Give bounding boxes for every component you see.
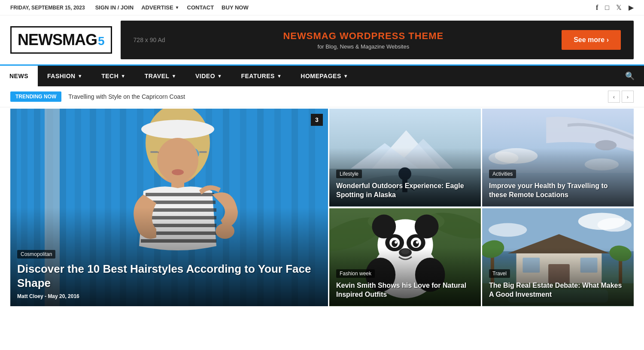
featured-content: Cosmopolitan Discover the 10 Best Hairst… [10,243,328,306]
social-links: f □ 𝕏 ▶ [596,3,634,12]
top-nav-links: SIGN IN / JOIN ADVERTISE ▼ CONTACT BUY N… [95,4,249,11]
featured-category: Cosmopolitan [17,250,55,259]
youtube-icon[interactable]: ▶ [629,3,634,12]
advertise-link[interactable]: ADVERTISE ▼ [141,4,179,11]
nav-item-travel[interactable]: TRAVEL ▼ [135,66,186,86]
homepages-chevron: ▼ [343,73,348,79]
alaska-content: Lifestyle Wonderful Outdoors Experience:… [329,163,481,207]
travel-title: Improve your Health by Travelling to the… [489,182,627,200]
featured-article[interactable]: 3 Cosmopolitan Discover the 10 Best Hair… [10,109,328,306]
trending-text: Travelling with Style on the Capricorn C… [68,93,601,100]
realestate-content: Travel The Big Real Estate Debate: What … [482,262,634,306]
signin-link[interactable]: SIGN IN / JOIN [95,4,134,11]
trending-badge: TRENDING NOW [10,91,61,102]
article-badge-num: 3 [311,114,323,126]
nav-item-fashion[interactable]: FASHION ▼ [38,66,92,86]
instagram-icon[interactable]: □ [605,4,609,12]
nav-item-features[interactable]: FEATURES ▼ [231,66,291,86]
article-panda[interactable]: Fashion week Kevin Smith Shows his Love … [329,208,481,306]
contact-link[interactable]: CONTACT [187,4,214,11]
featured-title: Discover the 10 Best Hairstyles Accordin… [17,262,321,290]
header: NEWSMAG 5 728 x 90 Ad NEWSMAG WORDPRESS … [0,15,644,64]
nav-item-tech[interactable]: TECH ▼ [92,66,135,86]
featured-meta: Matt Cloey - May 20, 2016 [17,293,321,299]
panda-content: Fashion week Kevin Smith Shows his Love … [329,262,481,306]
facebook-icon[interactable]: f [596,4,598,12]
travel-category: Activities [489,170,516,178]
panda-category: Fashion week [336,269,375,278]
panda-title: Kevin Smith Shows his Love for Natural I… [336,281,474,299]
ad-size-label: 728 x 90 Ad [134,37,165,43]
twitter-icon[interactable]: 𝕏 [616,3,622,12]
featured-date: May 20, 2016 [48,293,79,299]
ad-title: NEWSMAG WORDPRESS THEME [174,30,553,42]
video-chevron: ▼ [217,73,222,79]
nav-item-video[interactable]: VIDEO ▼ [186,66,231,86]
realestate-title: The Big Real Estate Debate: What Makes A… [489,281,627,299]
article-realestate[interactable]: Travel The Big Real Estate Debate: What … [482,208,634,306]
article-alaska[interactable]: Lifestyle Wonderful Outdoors Experience:… [329,109,481,207]
travel-content: Activities Improve your Health by Travel… [482,163,634,207]
travel-chevron: ▼ [172,73,176,79]
tech-chevron: ▼ [121,73,125,79]
alaska-category: Lifestyle [336,170,362,178]
search-icon[interactable]: 🔍 [616,71,644,81]
top-bar-left: FRIDAY, SEPTEMBER 15, 2023 SIGN IN / JOI… [10,4,249,11]
article-travel[interactable]: Activities Improve your Health by Travel… [482,109,634,207]
alaska-title: Wonderful Outdoors Experience: Eagle Spo… [336,182,474,200]
featured-author: Matt Cloey [17,293,43,299]
realestate-category: Travel [489,269,510,278]
trending-prev-button[interactable]: ‹ [608,91,620,103]
date-display: FRIDAY, SEPTEMBER 15, 2023 [10,5,85,11]
main-nav: NEWS FASHION ▼ TECH ▼ TRAVEL ▼ VIDEO ▼ F… [0,64,644,86]
nav-item-homepages[interactable]: HOMEPAGES ▼ [291,66,358,86]
logo-num: 5 [98,34,105,48]
trending-next-button[interactable]: › [622,91,634,103]
trending-arrows: ‹ › [608,91,634,103]
fashion-chevron: ▼ [78,73,82,79]
ad-text-block: NEWSMAG WORDPRESS THEME for Blog, News &… [174,30,553,50]
ad-subtitle: for Blog, News & Magazine Websites [174,43,553,50]
nav-item-news[interactable]: NEWS [0,66,38,86]
features-chevron: ▼ [277,73,282,79]
ad-banner[interactable]: 728 x 90 Ad NEWSMAG WORDPRESS THEME for … [121,21,634,59]
logo[interactable]: NEWSMAG 5 [10,26,112,54]
top-bar: FRIDAY, SEPTEMBER 15, 2023 SIGN IN / JOI… [0,0,644,15]
logo-text: NEWSMAG [18,31,97,49]
trending-bar: TRENDING NOW Travelling with Style on th… [0,86,644,107]
buynow-link[interactable]: BUY NOW [222,4,249,11]
main-grid: 3 Cosmopolitan Discover the 10 Best Hair… [0,107,644,307]
see-more-button[interactable]: See more › [562,30,621,50]
